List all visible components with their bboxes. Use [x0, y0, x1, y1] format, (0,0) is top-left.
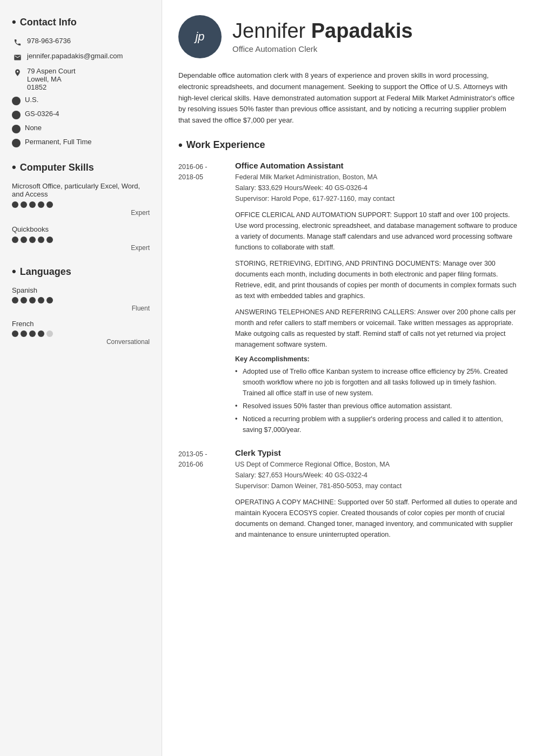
job-title: Clerk Typist — [235, 448, 519, 457]
full-name: Jennifer Papadakis — [232, 20, 413, 43]
language-dot — [12, 330, 18, 337]
job-title: Office Automation Clerk — [232, 44, 413, 53]
accomplishment-item: Noticed a recurring problem with a suppl… — [235, 414, 519, 435]
security-value: None — [25, 124, 42, 132]
job-salary: Salary: $27,653 Hours/Week: 40 GS-0322-4 — [235, 471, 367, 479]
language-dot — [29, 330, 36, 337]
accomplishment-item: Resolved issues 50% faster than previous… — [235, 401, 519, 411]
grade-value: GS-0326-4 — [25, 110, 59, 118]
skills-section: Computer Skills Microsoft Office, partic… — [12, 160, 150, 252]
key-accomplishments-label: Key Accomplishments: — [235, 355, 519, 363]
job-description: ANSWERING TELEPHONES AND REFERRING CALLE… — [235, 307, 519, 350]
job-meta: Federal Milk Market Administration, Bost… — [235, 172, 519, 204]
citizenship-value: U.S. — [25, 96, 38, 104]
skill-dot — [21, 201, 27, 208]
contact-title: Contact Info — [12, 15, 150, 29]
job-meta: US Dept of Commerce Regional Office, Bos… — [235, 459, 519, 491]
resume-header: jp Jennifer Papadakis Office Automation … — [178, 15, 519, 58]
skills-title: Computer Skills — [12, 160, 150, 174]
work-experience-title: Work Experience — [178, 138, 519, 152]
language-level: Conversational — [12, 338, 150, 346]
email-value: jennifer.papadakis@gmail.com — [27, 52, 123, 60]
skill-dot — [46, 237, 53, 243]
grade-icon — [12, 111, 21, 119]
address-line2: Lowell, MA — [27, 75, 76, 83]
languages-section: Languages SpanishFluentFrenchConversatio… — [12, 265, 150, 346]
language-dot — [46, 297, 53, 303]
skill-dot — [29, 201, 36, 208]
skill-item: Microsoft Office, particularly Excel, Wo… — [12, 182, 150, 217]
address-line3: 01852 — [27, 83, 76, 91]
languages-title: Languages — [12, 265, 150, 279]
skill-level: Expert — [12, 209, 150, 217]
language-dot — [38, 330, 44, 337]
avatar-initials: jp — [195, 30, 204, 44]
jobtype-value: Permanent, Full Time — [25, 138, 92, 146]
location-icon — [12, 67, 23, 78]
job-date-start: 2013-05 - — [178, 450, 208, 458]
jobtype-item: Permanent, Full Time — [12, 138, 150, 147]
sidebar: Contact Info 978-963-6736 jennifer.papad… — [0, 0, 162, 756]
language-dot — [21, 330, 27, 337]
language-level: Fluent — [12, 305, 150, 312]
skill-dot — [46, 201, 53, 208]
header-text: Jennifer Papadakis Office Automation Cle… — [232, 20, 413, 54]
language-name: Spanish — [12, 286, 150, 294]
language-dot — [46, 330, 53, 337]
accomplishment-item: Adopted use of Trello office Kanban syst… — [235, 366, 519, 399]
language-dot — [29, 297, 36, 303]
email-icon — [12, 52, 23, 63]
jobs-list: 2016-06 -2018-05Office Automation Assist… — [178, 161, 519, 545]
security-item: None — [12, 124, 150, 133]
job-supervisor: Supervisor: Damon Weiner, 781-850-5053, … — [235, 482, 402, 490]
language-dot — [12, 297, 18, 303]
citizenship-item: U.S. — [12, 96, 150, 105]
language-dots — [12, 297, 150, 303]
job-supervisor: Supervisor: Harold Pope, 617-927-1160, m… — [235, 195, 394, 202]
jobtype-icon — [12, 139, 21, 147]
phone-icon — [12, 37, 23, 48]
skill-dots — [12, 201, 150, 208]
job-description: STORING, RETRIEVING, EDITING, AND PRINTI… — [235, 258, 519, 301]
job-date-start: 2016-06 - — [178, 163, 208, 171]
skills-list: Microsoft Office, particularly Excel, Wo… — [12, 182, 150, 252]
skill-dot — [29, 237, 36, 243]
job-description: OPERATING A COPY MACHINE: Supported over… — [235, 497, 519, 540]
job-date-end: 2018-05 — [178, 173, 203, 181]
security-icon — [12, 125, 21, 133]
phone-item: 978-963-6736 — [12, 37, 150, 48]
grade-item: GS-0326-4 — [12, 110, 150, 119]
last-name: Papadakis — [311, 19, 413, 42]
resume-page: Contact Info 978-963-6736 jennifer.papad… — [0, 0, 535, 756]
summary: Dependable office automation clerk with … — [178, 70, 519, 126]
skill-item: QuickbooksExpert — [12, 225, 150, 252]
language-item: SpanishFluent — [12, 286, 150, 312]
job-salary: Salary: $33,629 Hours/Week: 40 GS-0326-4 — [235, 184, 367, 192]
address-item: 79 Aspen Court Lowell, MA 01852 — [12, 67, 150, 91]
job-block: 2016-06 -2018-05Office Automation Assist… — [178, 161, 519, 437]
job-content: Office Automation AssistantFederal Milk … — [235, 161, 519, 437]
skill-dot — [12, 237, 18, 243]
language-dot — [21, 297, 27, 303]
address-line1: 79 Aspen Court — [27, 67, 76, 75]
skill-dot — [12, 201, 18, 208]
skill-dot — [38, 237, 44, 243]
citizenship-icon — [12, 97, 21, 105]
skill-name: Microsoft Office, particularly Excel, Wo… — [12, 182, 150, 198]
contact-section: Contact Info 978-963-6736 jennifer.papad… — [12, 15, 150, 147]
job-block: 2013-05 -2016-06Clerk TypistUS Dept of C… — [178, 448, 519, 545]
skill-name: Quickbooks — [12, 225, 150, 233]
job-org: US Dept of Commerce Regional Office, Bos… — [235, 461, 390, 468]
phone-value: 978-963-6736 — [27, 37, 71, 45]
main-content: jp Jennifer Papadakis Office Automation … — [162, 0, 535, 756]
job-org: Federal Milk Market Administration, Bost… — [235, 173, 377, 181]
language-dot — [38, 297, 44, 303]
address-block: 79 Aspen Court Lowell, MA 01852 — [27, 67, 76, 91]
job-dates: 2013-05 -2016-06 — [178, 448, 224, 545]
job-date-end: 2016-06 — [178, 461, 203, 468]
job-content: Clerk TypistUS Dept of Commerce Regional… — [235, 448, 519, 545]
language-item: FrenchConversational — [12, 320, 150, 346]
skill-dot — [21, 237, 27, 243]
job-dates: 2016-06 -2018-05 — [178, 161, 224, 437]
language-dots — [12, 330, 150, 337]
